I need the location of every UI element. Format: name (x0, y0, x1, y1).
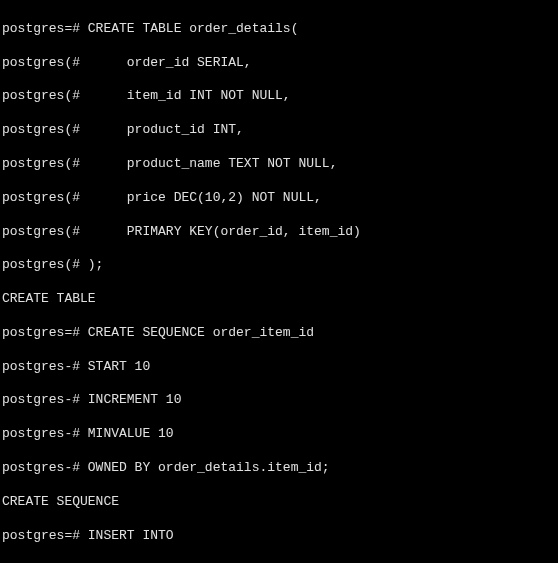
terminal-line: CREATE SEQUENCE (2, 494, 556, 511)
terminal-line: postgres=# CREATE SEQUENCE order_item_id (2, 325, 556, 342)
terminal-line: postgres(# order_id SERIAL, (2, 55, 556, 72)
terminal-line: postgres(# ); (2, 257, 556, 274)
terminal-line: postgres=# INSERT INTO (2, 528, 556, 545)
terminal-output[interactable]: postgres=# CREATE TABLE order_details( p… (0, 0, 558, 563)
terminal-line: postgres-# OWNED BY order_details.item_i… (2, 460, 556, 477)
terminal-line: postgres(# PRIMARY KEY(order_id, item_id… (2, 224, 556, 241)
terminal-line: postgres-# MINVALUE 10 (2, 426, 556, 443)
terminal-line: postgres(# item_id INT NOT NULL, (2, 88, 556, 105)
terminal-line: postgres-# INCREMENT 10 (2, 392, 556, 409)
terminal-line: postgres-# START 10 (2, 359, 556, 376)
terminal-line: postgres=# CREATE TABLE order_details( (2, 21, 556, 38)
terminal-line: CREATE TABLE (2, 291, 556, 308)
terminal-line: postgres(# product_id INT, (2, 122, 556, 139)
terminal-line: postgres(# product_name TEXT NOT NULL, (2, 156, 556, 173)
terminal-line: postgres(# price DEC(10,2) NOT NULL, (2, 190, 556, 207)
